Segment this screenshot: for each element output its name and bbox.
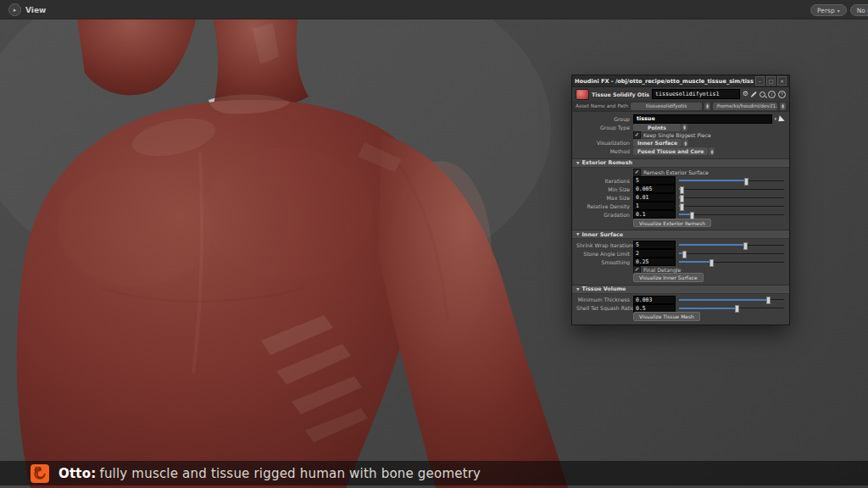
param-label: Minimum Thickness [576,297,633,302]
group-input[interactable]: tissue [633,114,772,124]
relative-density-field[interactable]: 1 [633,202,676,210]
info-icon[interactable]: i [768,91,776,98]
param-row-shrink-wrap-iterations: Shrink Wrap Iterations5 [576,241,785,249]
param-label: Iterations [576,178,633,184]
magnifier-icon[interactable] [760,92,765,97]
param-label: Min Size [576,186,633,192]
slider-handle[interactable] [743,242,748,250]
pick-arrow-icon[interactable] [778,115,785,122]
shrink-wrap-iterations-field[interactable]: 5 [633,241,676,249]
close-button[interactable]: × [777,76,787,86]
method-dropdown-icon[interactable]: ▲▼ [709,147,715,155]
param-label: Stone Angle Limit [576,251,633,257]
collapse-triangle-icon: ▼ [576,287,579,291]
slider-handle[interactable] [709,259,714,267]
param-row-relative-density: Relative Density1 [576,202,785,210]
smoothing-field[interactable]: 0.25 [633,258,676,266]
max-size-slider[interactable] [679,194,785,202]
slider-handle[interactable] [680,203,684,211]
minimum-thickness-field[interactable]: 0.003 [633,296,676,304]
remesh-exterior-surface-checkbox[interactable]: ✓ [633,169,641,176]
section-label: Tissue Volume [581,286,626,292]
visualize-inner-surface-button[interactable]: Visualize Inner Surface [633,273,704,282]
stone-angle-limit-field[interactable]: 2 [633,249,676,258]
min-size-field[interactable]: 0.005 [633,185,676,193]
tissue-solidify-node-icon [576,89,589,100]
checkbox-label: Final Detangle [643,267,681,273]
shrink-wrap-iterations-slider[interactable] [679,241,785,249]
collapse-triangle-icon: ▼ [576,232,579,236]
shell-tet-squash-ratio-field[interactable]: 0.5 [633,304,676,313]
section-header-exterior-remesh[interactable]: ▼Exterior Remesh [572,158,789,168]
section-header-inner-surface[interactable]: ▼Inner Surface [572,230,789,239]
slider-handle[interactable] [680,186,684,194]
slider-handle[interactable] [735,305,739,313]
slider-handle[interactable] [682,251,687,258]
group-menu-caret-icon[interactable]: ▾ [774,116,776,121]
edit-icon[interactable] [751,92,756,97]
slider-handle[interactable] [744,178,748,186]
asset-name-dropdown-icon[interactable]: ▲▼ [704,103,710,110]
no-cam-button[interactable]: No ca [850,4,868,16]
asset-path-combo[interactable]: /home/ks/houdini/dev21.0/src/houdini/sup… [713,103,777,110]
param-label: Group Type [576,125,633,130]
max-size-field[interactable]: 0.01 [633,193,676,202]
header-icon-group: ⚙ i ? [743,91,786,98]
slider-handle[interactable] [766,297,771,304]
group-type-dropdown[interactable]: Points [633,124,681,131]
help-icon[interactable]: ? [778,91,786,98]
shell-tet-squash-ratio-slider[interactable] [679,304,785,312]
param-label: Visualization [576,140,633,146]
visualize-exterior-remesh-button[interactable]: Visualize Exterior Remesh [633,219,711,228]
stone-angle-limit-slider[interactable] [679,250,785,258]
param-label: Gradation [576,212,633,218]
checkbox-row-keep-single-biggest-piece: ✓Keep Single Biggest Piece [576,131,785,139]
node-name-input[interactable]: tissuesolidifyotis1 [652,89,740,99]
gear-icon[interactable]: ⚙ [743,91,748,97]
caption-text: Otto:fully muscle and tissue rigged huma… [58,466,481,481]
visualize-tissue-mesh-button[interactable]: Visualize Tissue Mesh [633,312,700,321]
minimum-thickness-slider[interactable] [679,296,785,303]
node-header: Tissue Solidify Otis tissuesolidifyotis1… [572,87,789,101]
asset-name-combo[interactable]: tissuesolidifyotis [631,103,702,110]
panel-params: Grouptissue▾Group TypePoints▲▼✓Keep Sing… [572,112,789,324]
caption-bar: Otto:fully muscle and tissue rigged huma… [0,461,868,485]
button-row-visualize-tissue-mesh: Visualize Tissue Mesh [576,313,785,321]
keep-single-biggest-piece-checkbox[interactable]: ✓ [633,131,641,139]
viewport-top-bar: ▸ View Persp ▾ No ca [0,0,868,19]
window-titlebar[interactable]: Houdini FX - /obj/otto_recipe/otto_muscl… [572,75,789,87]
checkbox-row-final-detangle: ✓Final Detangle [576,266,785,274]
slider-handle[interactable] [680,195,684,202]
min-size-slider[interactable] [679,186,785,193]
gradation-slider[interactable] [679,211,785,219]
asset-path-dropdown-icon[interactable]: ▲▼ [780,103,786,110]
button-row-visualize-inner-surface: Visualize Inner Surface [576,274,785,282]
param-row-stone-angle-limit: Stone Angle Limit2 [576,249,785,258]
visualization-dropdown-icon[interactable]: ▲▼ [682,139,688,147]
gradation-field[interactable]: 0.1 [633,210,676,219]
section-label: Exterior Remesh [581,159,632,166]
method-dropdown[interactable]: Fused Tissue and Core [633,147,708,155]
group-type-dropdown-icon[interactable]: ▲▼ [682,124,687,131]
button-row-visualize-exterior-remesh: Visualize Exterior Remesh [576,219,785,227]
slider-handle[interactable] [690,212,694,219]
relative-density-slider[interactable] [679,202,785,210]
param-label: Smoothing [576,259,633,265]
maximize-button[interactable]: □ [766,76,776,86]
param-label: Relative Density [576,203,633,209]
param-row-minimum-thickness: Minimum Thickness0.003 [576,296,785,304]
section-label: Inner Surface [581,231,623,238]
visualization-dropdown[interactable]: Inner Surface [633,139,682,147]
iterations-slider[interactable] [679,177,785,185]
iterations-field[interactable]: 5 [633,176,676,185]
screen: ▸ View Persp ▾ No ca Houdini FX - /obj/o… [0,0,868,488]
houdini-parameter-window: Houdini FX - /obj/otto_recipe/otto_muscl… [571,75,790,325]
persp-camera-button[interactable]: Persp ▾ [810,4,847,16]
view-menu-button[interactable]: ▸ View [8,3,46,16]
smoothing-slider[interactable] [679,258,785,266]
caption-name: Otto: [58,466,96,481]
checkbox-label: Keep Single Biggest Piece [643,132,711,138]
section-header-tissue-volume[interactable]: ▼Tissue Volume [572,285,789,294]
param-row-gradation: Gradation0.1 [576,210,785,219]
minimize-button[interactable]: – [755,76,765,86]
